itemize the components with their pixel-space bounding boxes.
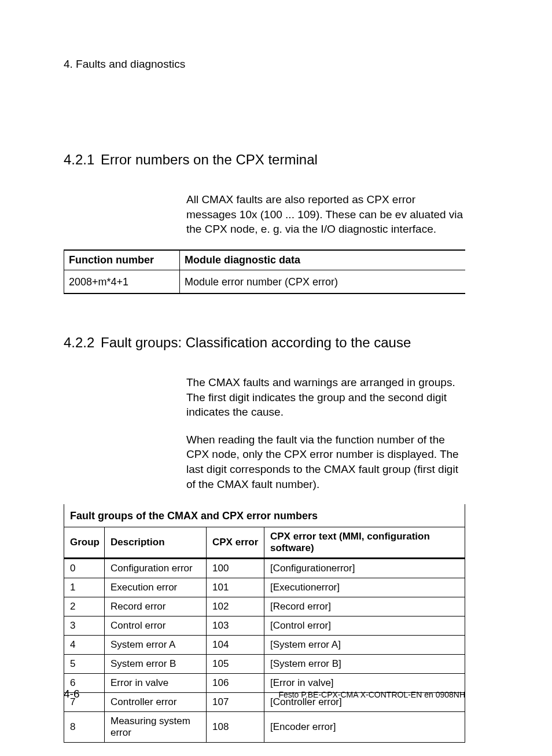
table2-cell-cpxerr: 101	[207, 578, 264, 597]
table-row: 4System error A104[System error A]	[64, 636, 465, 655]
section-number: 4.2.2	[64, 335, 101, 351]
section-422-para2: When reading the fault via the function …	[186, 432, 465, 492]
table2-cell-cpxtext: [Executionerror]	[264, 578, 465, 597]
table2-cell-cpxtext: [Record error]	[264, 597, 465, 616]
table2-cell-group: 5	[64, 655, 105, 674]
table-row: 5System error B105[System error B]	[64, 655, 465, 674]
section-422-para1: The CMAX faults and warnings are arrange…	[186, 375, 465, 420]
table2-cell-group: 3	[64, 616, 105, 636]
table-row: 0Configuration error100[Configurationerr…	[64, 559, 465, 578]
table2-header-cpxerr: CPX error	[207, 527, 264, 559]
table1-cell-function-number: 2008+m*4+1	[64, 270, 180, 293]
table2-cell-desc: Record error	[105, 597, 207, 616]
table2-cell-desc: System error B	[105, 655, 207, 674]
table2-cell-group: 0	[64, 559, 105, 578]
table-row: 2008+m*4+1 Module error number (CPX erro…	[64, 270, 466, 293]
table-row: 1Execution error101[Executionerror]	[64, 578, 465, 597]
section-422-heading: 4.2.2 Fault groups: Classification accor…	[64, 335, 465, 351]
table2-cell-cpxtext: [System error A]	[264, 636, 465, 655]
table2-header-cpxtext: CPX error text (MMI, configuration softw…	[264, 527, 465, 559]
section-number: 4.2.1	[64, 152, 101, 168]
table-row: 3Control error103[Control error]	[64, 616, 465, 636]
table2-cell-group: 8	[64, 712, 105, 743]
page-footer: 4-6 Festo P.BE-CPX-CMA X-CONTROL-EN en 0…	[64, 688, 465, 700]
chapter-header: 4. Faults and diagnostics	[64, 58, 465, 71]
table2-header-row: Group Description CPX error CPX error te…	[64, 527, 465, 559]
table2-cell-group: 1	[64, 578, 105, 597]
table2-cell-cpxtext: [Encoder error]	[264, 712, 465, 743]
table2-cell-cpxerr: 108	[207, 712, 264, 743]
table2-cell-desc: Measuring system error	[105, 712, 207, 743]
section-title: Error numbers on the CPX terminal	[101, 152, 318, 168]
table2-cell-desc: System error A	[105, 636, 207, 655]
table2-caption: Fault groups of the CMAX and CPX error n…	[64, 504, 465, 527]
page-number: 4-6	[64, 688, 79, 700]
table2-cell-cpxtext: [Configurationerror]	[264, 559, 465, 578]
table2-cell-cpxerr: 103	[207, 616, 264, 636]
table2-cell-desc: Control error	[105, 616, 207, 636]
table2-cell-desc: Configuration error	[105, 559, 207, 578]
table2-cell-cpxerr: 105	[207, 655, 264, 674]
table-row: 8Measuring system error108[Encoder error…	[64, 712, 465, 743]
table2-cell-cpxerr: 100	[207, 559, 264, 578]
table-row: 2Record error102[Record error]	[64, 597, 465, 616]
table1-header-module-data: Module diagnostic data	[180, 250, 466, 270]
fault-groups-table: Fault groups of the CMAX and CPX error n…	[64, 504, 465, 743]
table2-caption-row: Fault groups of the CMAX and CPX error n…	[64, 504, 465, 527]
table2-header-desc: Description	[105, 527, 207, 559]
page: 4. Faults and diagnostics 4.2.1 Error nu…	[0, 0, 552, 756]
table1-cell-module-data: Module error number (CPX error)	[180, 270, 466, 293]
table2-cell-cpxerr: 104	[207, 636, 264, 655]
table2-cell-cpxtext: [Control error]	[264, 616, 465, 636]
document-id: Festo P.BE-CPX-CMA X-CONTROL-EN en 0908N…	[278, 690, 465, 699]
table2-cell-desc: Execution error	[105, 578, 207, 597]
table2-cell-group: 2	[64, 597, 105, 616]
section-421-heading: 4.2.1 Error numbers on the CPX terminal	[64, 152, 465, 168]
section-421-para: All CMAX faults are also reported as CPX…	[186, 192, 465, 237]
table2-cell-cpxtext: [System error B]	[264, 655, 465, 674]
table2-header-group: Group	[64, 527, 105, 559]
function-number-table: Function number Module diagnostic data 2…	[64, 249, 465, 294]
table1-header-function-number: Function number	[64, 250, 180, 270]
table2-cell-group: 4	[64, 636, 105, 655]
table2-cell-cpxerr: 102	[207, 597, 264, 616]
section-title: Fault groups: Classification according t…	[101, 335, 411, 351]
